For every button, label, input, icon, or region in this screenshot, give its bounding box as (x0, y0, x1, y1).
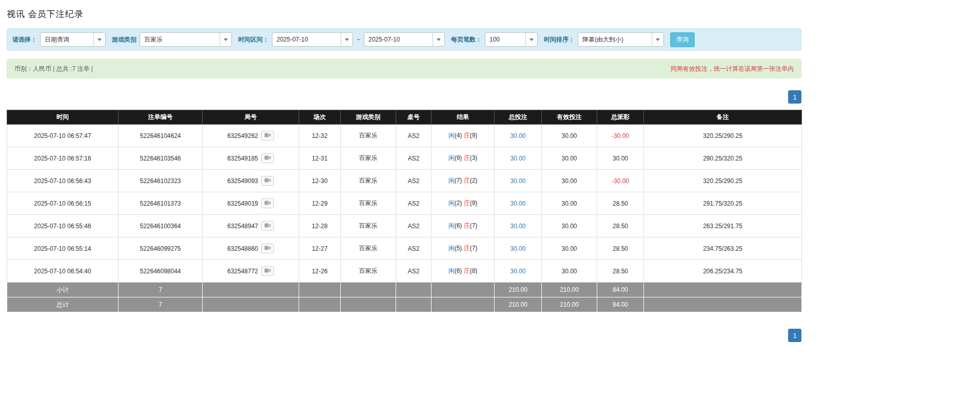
column-header: 场次 (299, 110, 341, 125)
video-replay-button[interactable] (261, 131, 274, 141)
video-camera-icon (264, 245, 271, 252)
cell-round-id: 632548772 (203, 260, 299, 283)
cell-payout: -30.00 (597, 125, 644, 147)
video-replay-button[interactable] (261, 176, 274, 186)
summary-cell (432, 283, 495, 297)
page-1-button[interactable]: 1 (788, 329, 801, 342)
cell-game-type: 百家乐 (341, 237, 396, 260)
cell-session: 12-26 (299, 260, 341, 283)
total-bet-link[interactable]: 30.00 (510, 200, 525, 207)
cell-total-bet: 30.00 (495, 147, 542, 170)
cell-round-id: 632549093 (203, 170, 299, 192)
select-label: 请选择： (12, 35, 37, 44)
chevron-down-icon[interactable] (652, 33, 663, 46)
video-replay-button[interactable] (261, 266, 274, 276)
cell-payout: 28.50 (597, 215, 644, 237)
result-player-score: (7) (455, 177, 462, 184)
summary-cell (644, 283, 802, 297)
column-header: 有效投注 (542, 110, 597, 125)
chevron-down-icon[interactable] (220, 33, 231, 46)
date-range-label: 时间区间： (238, 35, 269, 44)
total-bet-link[interactable]: 30.00 (510, 177, 525, 185)
chevron-down-icon[interactable] (341, 33, 352, 46)
cell-total-bet: 30.00 (495, 215, 542, 237)
summary-cell (396, 283, 432, 297)
total-bet-link[interactable]: 30.00 (510, 132, 525, 139)
result-banker: 庄 (464, 222, 470, 229)
cell-bet-id: 522646101373 (119, 192, 203, 215)
cell-bet-id: 522646103546 (119, 147, 203, 170)
cell-game-type: 百家乐 (341, 147, 396, 170)
cell-table-no: AS2 (396, 215, 432, 237)
chevron-down-icon[interactable] (93, 33, 105, 46)
table-row: 2025-07-10 06:56:15522646101373632549019… (7, 192, 802, 215)
video-replay-button[interactable] (261, 221, 274, 231)
cell-result: 闲(7) 庄(2) (432, 170, 495, 192)
total-bet-link[interactable]: 30.00 (510, 223, 525, 230)
result-player-score: (4) (455, 132, 462, 139)
column-header: 结果 (432, 110, 495, 125)
summary-notice-text: 同局有效投注，统一计算在该局第一张注单内 (671, 65, 794, 73)
cell-session: 12-29 (299, 192, 341, 215)
search-button[interactable]: 查询 (670, 32, 695, 47)
cell-session: 12-28 (299, 215, 341, 237)
summary-cell: 210.00 (495, 297, 542, 312)
video-replay-button[interactable] (261, 198, 274, 208)
result-banker-score: (3) (470, 154, 478, 162)
column-header: 备注 (644, 110, 802, 125)
summary-cell: 小计 (7, 283, 119, 297)
pagination-bottom: 1 (7, 329, 801, 342)
page-1-button[interactable]: 1 (788, 90, 801, 104)
cell-bet-id: 522646104624 (119, 125, 203, 147)
cell-time: 2025-07-10 06:56:15 (7, 192, 119, 215)
cell-time: 2025-07-10 06:54:40 (7, 260, 119, 283)
date-from-input[interactable]: 2025-07-10 (272, 32, 353, 47)
date-to-input[interactable]: 2025-07-10 (364, 32, 445, 47)
video-replay-button[interactable] (261, 244, 274, 253)
sort-label: 时间排序： (544, 35, 575, 44)
video-camera-icon (264, 177, 271, 185)
total-bet-link[interactable]: 30.00 (510, 155, 525, 162)
cell-valid-bet: 30.00 (542, 170, 597, 192)
video-replay-button[interactable] (261, 153, 274, 163)
result-player: 闲 (448, 199, 455, 207)
table-row: 2025-07-10 06:55:46522646100364632548947… (7, 215, 802, 237)
summary-cell: 210.00 (542, 283, 597, 297)
table-row: 2025-07-10 06:55:14522646099275632548860… (7, 237, 802, 260)
summary-cell: 总计 (7, 297, 119, 312)
cell-payout: -30.00 (597, 170, 644, 192)
cell-bet-id: 522646099275 (119, 237, 203, 260)
chevron-down-icon[interactable] (433, 33, 444, 46)
cell-result: 闲(9) 庄(3) (432, 147, 495, 170)
sort-order-value: 降幂(由大到小) (578, 33, 652, 46)
filter-bar: 请选择： 日期查询 游戏类别 百家乐 时间区间： 2025-07-10 ~ 20… (7, 28, 801, 51)
bet-records-table: 时间注单编号局号场次游戏类别桌号结果总投注有效投注总派彩备注 2025-07-1… (7, 110, 802, 312)
pagination-top: 1 (7, 90, 801, 104)
cell-valid-bet: 30.00 (542, 237, 597, 260)
game-type-select[interactable]: 百家乐 (140, 32, 232, 47)
page-size-select[interactable]: 100 (485, 32, 538, 47)
result-banker-score: (2) (470, 177, 478, 184)
result-player-score: (5) (455, 245, 462, 252)
sort-order-select[interactable]: 降幂(由大到小) (578, 32, 664, 47)
cell-session: 12-27 (299, 237, 341, 260)
chevron-down-icon[interactable] (525, 33, 537, 46)
cell-time: 2025-07-10 06:57:47 (7, 125, 119, 147)
result-player: 闲 (448, 222, 455, 229)
total-bet-link[interactable]: 30.00 (510, 245, 525, 252)
cell-remark: 320.25/290.25 (644, 170, 802, 192)
round-id-text: 632549019 (227, 200, 258, 207)
column-header: 局号 (203, 110, 299, 125)
cell-session: 12-32 (299, 125, 341, 147)
cell-remark: 291.75/320.25 (644, 192, 802, 215)
result-banker: 庄 (464, 177, 470, 184)
date-from-value: 2025-07-10 (272, 33, 341, 46)
cell-remark: 206.25/234.75 (644, 260, 802, 283)
cell-total-bet: 30.00 (495, 260, 542, 283)
cell-bet-id: 522646098044 (119, 260, 203, 283)
total-bet-link[interactable]: 30.00 (510, 268, 525, 275)
query-type-select[interactable]: 日期查询 (40, 32, 106, 47)
result-banker-score: (7) (470, 222, 478, 229)
result-player-score: (2) (455, 199, 462, 207)
cell-table-no: AS2 (396, 260, 432, 283)
